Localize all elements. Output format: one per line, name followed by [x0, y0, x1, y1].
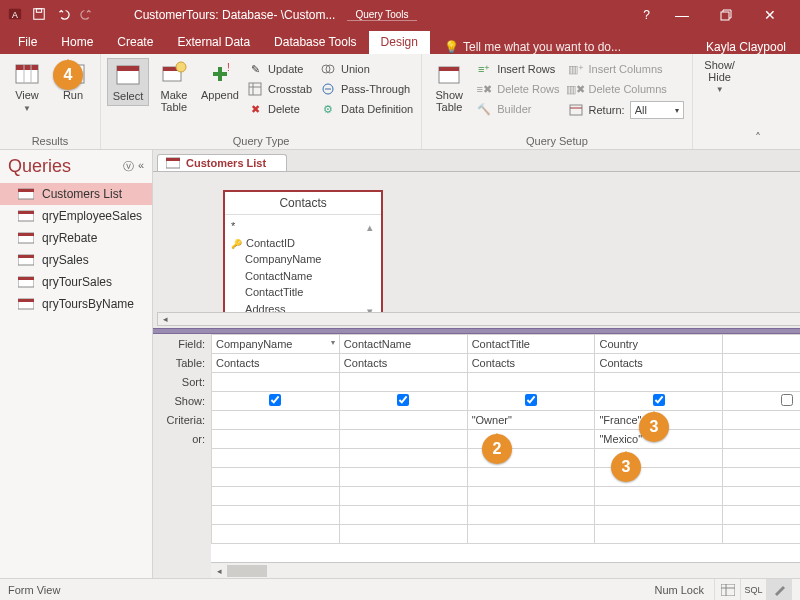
nav-item-qryrebate[interactable]: qryRebate: [0, 227, 152, 249]
user-name[interactable]: Kayla Claypool: [706, 40, 800, 54]
save-icon[interactable]: [32, 7, 46, 24]
cell-crit-2[interactable]: "Owner": [467, 411, 595, 430]
field-companyname[interactable]: CompanyName: [231, 251, 375, 268]
redo-icon[interactable]: [80, 7, 94, 24]
field-list-scrollbar[interactable]: ▴▾: [367, 219, 379, 319]
show-check-4[interactable]: [781, 394, 793, 406]
cell-field-2[interactable]: ContactTitle: [467, 335, 595, 354]
append-button[interactable]: ! Append: [199, 58, 241, 104]
close-button[interactable]: ✕: [748, 1, 792, 29]
nav-dropdown-icon[interactable]: ⓥ: [123, 159, 134, 174]
datasheet-icon: [13, 60, 41, 88]
primary-key-icon: 🔑: [231, 239, 242, 249]
datasheet-view-icon[interactable]: [714, 579, 740, 600]
doc-tab-customers-list[interactable]: Customers List: [157, 154, 287, 171]
qbe-grid[interactable]: CompanyName▾ ContactName ContactTitle Co…: [211, 334, 800, 578]
cell-or-1[interactable]: [339, 430, 467, 449]
cell-field-0[interactable]: CompanyName▾: [212, 335, 340, 354]
cell-field-4[interactable]: [723, 335, 800, 354]
tab-external-data[interactable]: External Data: [165, 31, 262, 54]
insert-columns-button[interactable]: ▥⁺Insert Columns: [566, 60, 686, 78]
callout-3b: 3: [611, 452, 641, 482]
pass-through-button[interactable]: Pass-Through: [318, 80, 415, 98]
make-table-label: Make Table: [161, 90, 188, 113]
nav-item-qrytoursales[interactable]: qryTourSales: [0, 271, 152, 293]
show-hide-button[interactable]: Show/ Hide ▼: [699, 58, 741, 96]
cell-table-2[interactable]: Contacts: [467, 354, 595, 373]
query-icon: [18, 275, 34, 289]
svg-text:!: !: [227, 62, 230, 73]
cell-table-1[interactable]: Contacts: [339, 354, 467, 373]
nav-item-qrysales[interactable]: qrySales: [0, 249, 152, 271]
field-contactid[interactable]: 🔑ContactID: [231, 235, 375, 252]
callout-3a: 3: [639, 412, 669, 442]
show-hide-label: Show/ Hide: [704, 60, 735, 83]
query-icon: [18, 187, 34, 201]
data-definition-button[interactable]: ⚙Data Definition: [318, 100, 415, 118]
field-contacttitle[interactable]: ContactTitle: [231, 284, 375, 301]
select-label: Select: [113, 91, 144, 103]
nav-item-customers-list[interactable]: Customers List: [0, 183, 152, 205]
tab-file[interactable]: File: [6, 31, 49, 54]
cell-table-3[interactable]: Contacts: [595, 354, 723, 373]
field-star[interactable]: *: [231, 218, 375, 235]
help-icon[interactable]: ?: [633, 8, 660, 22]
delete-columns-button[interactable]: ▥✖Delete Columns: [566, 80, 686, 98]
cell-table-4[interactable]: [723, 354, 800, 373]
field-contactname[interactable]: ContactName: [231, 268, 375, 285]
query-icon: [18, 253, 34, 267]
show-table-button[interactable]: Show Table: [428, 58, 470, 115]
nav-collapse-icon[interactable]: «: [138, 159, 144, 174]
show-check-2[interactable]: [525, 394, 537, 406]
cell-or-0[interactable]: [212, 430, 340, 449]
ribbon-collapse-icon[interactable]: ˄: [747, 127, 769, 149]
scroll-left-icon[interactable]: ◂: [211, 566, 227, 576]
design-view-icon[interactable]: [766, 579, 792, 600]
show-check-0[interactable]: [269, 394, 281, 406]
scroll-left-icon[interactable]: ◂: [158, 314, 172, 324]
delete-rows-button[interactable]: ≡✖Delete Rows: [474, 80, 561, 98]
svg-point-15: [176, 62, 186, 72]
cell-field-1[interactable]: ContactName: [339, 335, 467, 354]
query-design-upper-pane[interactable]: Contacts * 🔑ContactID CompanyName Contac…: [153, 172, 800, 328]
tab-home[interactable]: Home: [49, 31, 105, 54]
select-query-button[interactable]: Select: [107, 58, 149, 106]
nav-item-qrytoursbyname[interactable]: qryToursByName: [0, 293, 152, 315]
sql-view-icon[interactable]: SQL: [740, 579, 766, 600]
scroll-thumb[interactable]: [227, 565, 267, 577]
field-list-contacts[interactable]: Contacts * 🔑ContactID CompanyName Contac…: [223, 190, 383, 325]
view-label: View: [15, 90, 39, 102]
chevron-down-icon[interactable]: ▾: [331, 338, 335, 347]
make-table-button[interactable]: Make Table: [153, 58, 195, 115]
delete-button[interactable]: ✖Delete: [245, 100, 314, 118]
svg-text:A: A: [12, 9, 18, 19]
builder-button[interactable]: 🔨Builder: [474, 100, 561, 118]
union-button[interactable]: Union: [318, 60, 415, 78]
svg-rect-35: [18, 277, 34, 280]
view-button[interactable]: View ▼: [6, 58, 48, 115]
cell-crit-1[interactable]: [339, 411, 467, 430]
tab-create[interactable]: Create: [105, 31, 165, 54]
undo-icon[interactable]: [56, 7, 70, 24]
grid-hscroll[interactable]: ◂ ▸: [211, 562, 800, 578]
cell-field-3[interactable]: Country: [595, 335, 723, 354]
return-combo[interactable]: All▾: [630, 101, 684, 119]
tab-design[interactable]: Design: [369, 31, 430, 54]
nav-header[interactable]: Queries ⓥ «: [0, 150, 152, 183]
crosstab-icon: [247, 81, 263, 97]
minimize-button[interactable]: —: [660, 1, 704, 29]
show-check-1[interactable]: [397, 394, 409, 406]
cell-crit-0[interactable]: [212, 411, 340, 430]
crosstab-button[interactable]: Crosstab: [245, 80, 314, 98]
upper-hscroll[interactable]: ◂▸: [157, 312, 800, 326]
cell-table-0[interactable]: Contacts: [212, 354, 340, 373]
nav-item-qryemployeesales[interactable]: qryEmployeeSales: [0, 205, 152, 227]
tell-me-search[interactable]: 💡 Tell me what you want to do...: [444, 40, 621, 54]
tab-database-tools[interactable]: Database Tools: [262, 31, 369, 54]
builder-icon: 🔨: [476, 101, 492, 117]
return-control[interactable]: Return: All▾: [566, 100, 686, 120]
insert-rows-button[interactable]: ≡⁺Insert Rows: [474, 60, 561, 78]
query-icon: [18, 209, 34, 223]
update-button[interactable]: ✎Update: [245, 60, 314, 78]
restore-button[interactable]: [704, 1, 748, 29]
